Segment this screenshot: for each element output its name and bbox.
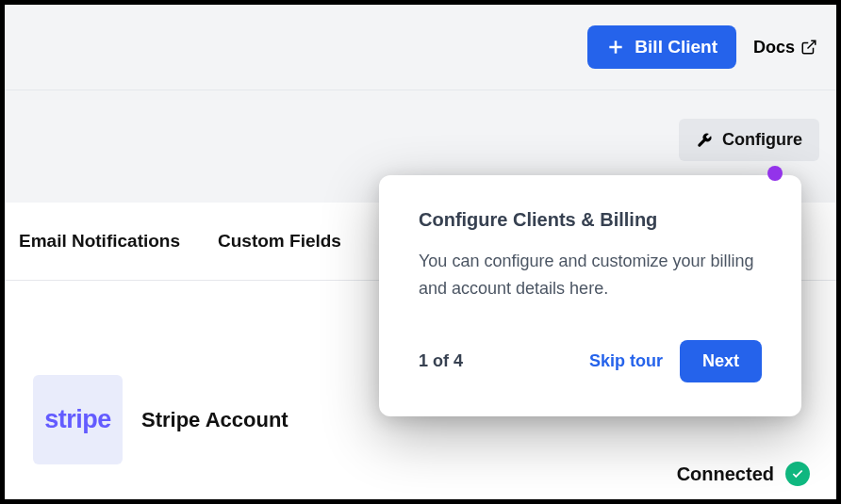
top-header: Bill Client Docs [5,5,836,89]
tour-title: Configure Clients & Billing [419,209,762,231]
bill-client-button[interactable]: Bill Client [587,25,736,69]
bill-client-label: Bill Client [635,37,717,57]
check-icon [791,467,804,480]
connected-label: Connected [677,463,774,485]
configure-button[interactable]: Configure [679,119,819,161]
tour-body: You can configure and customize your bil… [419,248,762,302]
stripe-account-title: Stripe Account [141,408,289,432]
external-link-icon [800,39,817,56]
svg-line-2 [808,41,816,48]
stripe-logo-text: stripe [44,405,111,434]
tour-popover: Configure Clients & Billing You can conf… [379,175,801,416]
check-circle-icon [785,462,810,486]
plus-icon [606,38,625,57]
docs-label: Docs [753,38,795,57]
tour-footer: 1 of 4 Skip tour Next [419,340,762,382]
tour-step-count: 1 of 4 [419,351,463,371]
tour-indicator-dot [767,166,783,181]
tab-custom-fields[interactable]: Custom Fields [218,231,341,252]
stripe-logo: stripe [33,375,123,464]
wrench-icon [696,132,713,149]
tour-actions: Skip tour Next [589,340,762,382]
configure-label: Configure [722,130,802,150]
connection-status: Connected [677,462,810,486]
docs-link[interactable]: Docs [753,38,817,57]
tab-email-notifications[interactable]: Email Notifications [19,231,180,252]
next-button[interactable]: Next [680,340,762,382]
skip-tour-button[interactable]: Skip tour [589,351,663,371]
